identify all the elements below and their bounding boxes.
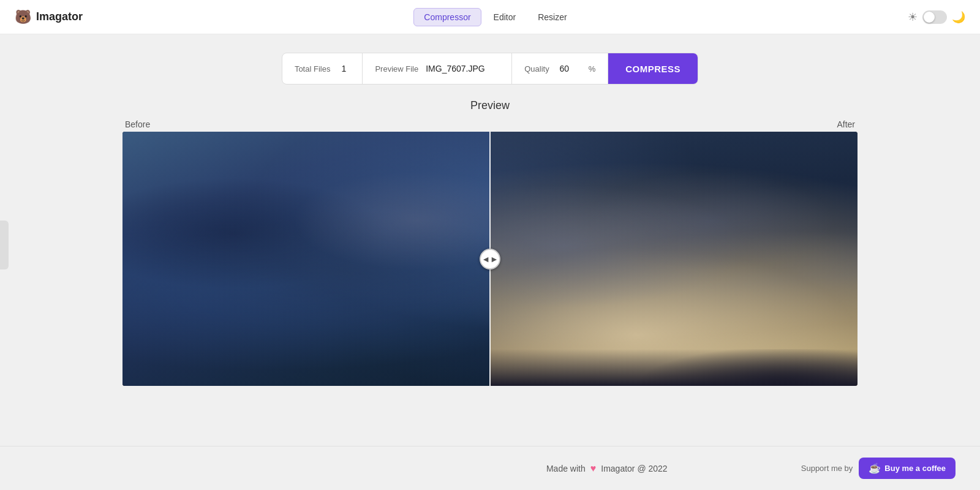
moon-icon: 🌙 — [952, 10, 965, 24]
coffee-button[interactable]: ☕ Buy me a coffee — [859, 458, 956, 479]
support-section: Support me by ☕ Buy me a coffee — [801, 458, 956, 479]
coffee-label: Buy me a coffee — [884, 464, 946, 473]
divider-handle[interactable]: ◄► — [480, 249, 500, 270]
handle-arrows-icon: ◄► — [481, 254, 499, 264]
compress-button[interactable]: COMPRESS — [608, 53, 698, 84]
preview-container: Preview Before After ◄► — [123, 99, 858, 386]
theme-toggle[interactable] — [922, 10, 947, 24]
before-label: Before — [125, 119, 150, 129]
quality-section: Quality % — [512, 53, 608, 84]
header: 🐻 Imagator Compressor Editor Resizer ☀ 🌙 — [0, 0, 980, 34]
preview-file-section: Preview File IMG_7607.JPG — [363, 53, 512, 84]
nav: Compressor Editor Resizer — [413, 8, 576, 26]
preview-file-label: Preview File — [375, 64, 418, 74]
nav-resizer[interactable]: Resizer — [528, 9, 576, 26]
footer-brand: Imagator @ 2022 — [601, 464, 667, 473]
sun-icon: ☀ — [908, 10, 918, 24]
after-label: After — [837, 119, 855, 129]
preview-file-value: IMG_7607.JPG — [426, 64, 499, 74]
heart-icon: ♥ — [590, 463, 597, 474]
theme-controls: ☀ 🌙 — [908, 10, 965, 24]
quality-label: Quality — [524, 64, 549, 74]
preview-title: Preview — [123, 99, 858, 112]
nav-compressor[interactable]: Compressor — [413, 8, 481, 26]
before-after-labels: Before After — [123, 119, 858, 129]
quality-unit: % — [589, 64, 596, 74]
app-name: Imagator — [36, 10, 83, 23]
image-compare-wrapper[interactable]: ◄► — [123, 132, 858, 386]
made-with-text: Made with — [546, 464, 586, 473]
logo: 🐻 Imagator — [15, 9, 83, 25]
nav-editor[interactable]: Editor — [484, 9, 526, 26]
main-content: Total Files 1 Preview File IMG_7607.JPG … — [0, 34, 980, 446]
total-files-label: Total Files — [295, 64, 331, 74]
footer: Made with ♥ Imagator @ 2022 Support me b… — [0, 446, 980, 490]
toolbar: Total Files 1 Preview File IMG_7607.JPG … — [282, 53, 698, 85]
footer-center: Made with ♥ Imagator @ 2022 — [413, 463, 801, 474]
coffee-icon: ☕ — [869, 462, 881, 474]
logo-icon: 🐻 — [15, 9, 31, 25]
total-files-value: 1 — [337, 64, 350, 74]
support-text: Support me by — [801, 464, 853, 473]
quality-input[interactable] — [557, 64, 581, 74]
side-tab[interactable] — [0, 221, 9, 270]
total-files-section: Total Files 1 — [282, 53, 363, 84]
